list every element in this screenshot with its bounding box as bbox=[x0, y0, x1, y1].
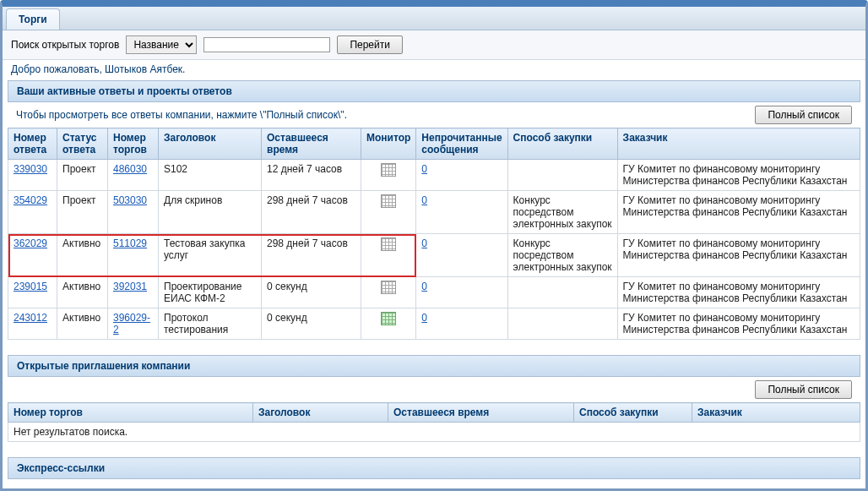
table-row: 239015Активно392031Проектирование ЕИАС К… bbox=[8, 277, 860, 308]
cell-title: Проектирование ЕИАС КФМ-2 bbox=[159, 277, 262, 308]
col2-auction-no: Номер торгов bbox=[8, 403, 253, 423]
monitor-icon[interactable] bbox=[381, 237, 396, 251]
cell-customer: ГУ Комитет по финансовому мониторингу Ми… bbox=[617, 234, 860, 277]
unread-link[interactable]: 0 bbox=[421, 237, 427, 249]
cell-remaining: 12 дней 7 часов bbox=[262, 160, 361, 191]
full-list-button-2[interactable]: Полный список bbox=[755, 380, 852, 399]
cell-customer: ГУ Комитет по финансовому мониторингу Ми… bbox=[617, 308, 860, 340]
full-list-button-1[interactable]: Полный список bbox=[755, 106, 852, 124]
cell-customer: ГУ Комитет по финансовому мониторингу Ми… bbox=[617, 277, 860, 308]
auction-link[interactable]: 503030 bbox=[113, 194, 147, 206]
col-auction-no: Номер торгов bbox=[108, 128, 159, 160]
monitor-icon[interactable] bbox=[381, 194, 396, 208]
cell-method bbox=[507, 277, 617, 308]
col2-customer: Заказчик bbox=[692, 403, 860, 423]
unread-link[interactable]: 0 bbox=[421, 194, 427, 206]
col-resp-no: Номер ответа bbox=[8, 128, 57, 160]
responses-table: Номер ответа Статус ответа Номер торгов … bbox=[8, 128, 860, 340]
empty-result: Нет результатов поиска. bbox=[8, 423, 860, 442]
search-go-button[interactable]: Перейти bbox=[337, 35, 403, 54]
section-invitations-header: Открытые приглашения компании bbox=[8, 355, 860, 377]
response-link[interactable]: 243012 bbox=[14, 312, 47, 324]
section-express-links-header: Экспресс-ссылки bbox=[8, 457, 860, 479]
search-label: Поиск открытых торгов bbox=[11, 39, 119, 51]
cell-status: Активно bbox=[57, 234, 108, 277]
cell-status: Проект bbox=[57, 160, 108, 191]
section1-info-row: Чтобы просмотреть все ответы компании, н… bbox=[8, 102, 860, 128]
col-remaining: Оставшееся время bbox=[262, 128, 361, 160]
cell-method: Конкурс посредством электронных закупок bbox=[507, 234, 617, 277]
auction-link[interactable]: 486030 bbox=[113, 163, 147, 175]
search-bar: Поиск открытых торгов Название Перейти bbox=[3, 30, 865, 60]
col-monitor: Монитор bbox=[361, 128, 416, 160]
invitations-header-row: Номер торгов Заголовок Оставшееся время … bbox=[8, 403, 860, 423]
cell-remaining: 0 секунд bbox=[262, 277, 361, 308]
cell-status: Проект bbox=[57, 191, 108, 234]
response-link[interactable]: 339030 bbox=[14, 163, 47, 175]
col-customer: Заказчик bbox=[617, 128, 860, 160]
response-link[interactable]: 354029 bbox=[14, 194, 47, 206]
tab-bar: Торги bbox=[3, 7, 865, 30]
cell-monitor bbox=[361, 277, 416, 308]
responses-header-row: Номер ответа Статус ответа Номер торгов … bbox=[8, 128, 860, 160]
tab-auctions[interactable]: Торги bbox=[6, 8, 60, 30]
cell-monitor bbox=[361, 234, 416, 277]
section2-btn-row: Полный список bbox=[8, 377, 860, 402]
cell-title: Для скринов bbox=[159, 191, 262, 234]
responses-table-wrap: Номер ответа Статус ответа Номер торгов … bbox=[8, 128, 860, 340]
cell-method: Конкурс посредством электронных закупок bbox=[507, 191, 617, 234]
cell-status: Активно bbox=[57, 308, 108, 340]
invitations-table-wrap: Номер торгов Заголовок Оставшееся время … bbox=[8, 402, 860, 442]
cell-method bbox=[507, 308, 617, 340]
cell-customer: ГУ Комитет по финансовому мониторингу Ми… bbox=[617, 160, 860, 191]
search-input[interactable] bbox=[203, 37, 330, 52]
cell-monitor bbox=[361, 308, 416, 340]
col-method: Способ закупки bbox=[507, 128, 617, 160]
col-title: Заголовок bbox=[159, 128, 262, 160]
app-frame: Торги Поиск открытых торгов Название Пер… bbox=[0, 0, 868, 491]
table-row: 339030Проект486030S10212 дней 7 часов0ГУ… bbox=[8, 160, 860, 191]
search-field-select[interactable]: Название bbox=[126, 35, 197, 54]
cell-monitor bbox=[361, 191, 416, 234]
auction-link[interactable]: 396029-2 bbox=[113, 312, 150, 336]
col2-remaining: Оставшееся время bbox=[388, 403, 574, 423]
cell-title: Протокол тестирования bbox=[159, 308, 262, 340]
auction-link[interactable]: 392031 bbox=[113, 281, 147, 292]
cell-remaining: 298 дней 7 часов bbox=[262, 191, 361, 234]
cell-method bbox=[507, 160, 617, 191]
table-row: Нет результатов поиска. bbox=[8, 423, 860, 442]
unread-link[interactable]: 0 bbox=[421, 281, 427, 292]
table-row: 243012Активно396029-2Протокол тестирован… bbox=[8, 308, 860, 340]
col2-method: Способ закупки bbox=[574, 403, 692, 423]
cell-monitor bbox=[361, 160, 416, 191]
response-link[interactable]: 239015 bbox=[14, 281, 47, 292]
col-resp-status: Статус ответа bbox=[57, 128, 108, 160]
welcome-text: Добро пожаловать, Шотыков Аятбек. bbox=[3, 60, 865, 79]
table-row: 354029Проект503030Для скринов298 дней 7 … bbox=[8, 191, 860, 234]
cell-remaining: 298 дней 7 часов bbox=[262, 234, 361, 277]
col2-title: Заголовок bbox=[253, 403, 388, 423]
auction-link[interactable]: 511029 bbox=[113, 237, 147, 249]
invitations-table: Номер торгов Заголовок Оставшееся время … bbox=[8, 402, 860, 442]
cell-customer: ГУ Комитет по финансовому мониторингу Ми… bbox=[617, 191, 860, 234]
response-link[interactable]: 362029 bbox=[14, 237, 47, 249]
monitor-icon[interactable] bbox=[381, 163, 396, 177]
cell-status: Активно bbox=[57, 277, 108, 308]
unread-link[interactable]: 0 bbox=[421, 312, 427, 324]
unread-link[interactable]: 0 bbox=[421, 163, 427, 175]
table-row: 362029Активно511029Тестовая закупка услу… bbox=[8, 234, 860, 277]
cell-title: S102 bbox=[159, 160, 262, 191]
monitor-icon[interactable] bbox=[381, 312, 396, 325]
monitor-icon[interactable] bbox=[381, 281, 396, 294]
cell-title: Тестовая закупка услуг bbox=[159, 234, 262, 277]
section-active-responses-header: Ваши активные ответы и проекты ответов bbox=[8, 80, 860, 102]
col-unread: Непрочитанные сообщения bbox=[416, 128, 507, 160]
section1-hint: Чтобы просмотреть все ответы компании, н… bbox=[16, 109, 347, 121]
cell-remaining: 0 секунд bbox=[262, 308, 361, 340]
